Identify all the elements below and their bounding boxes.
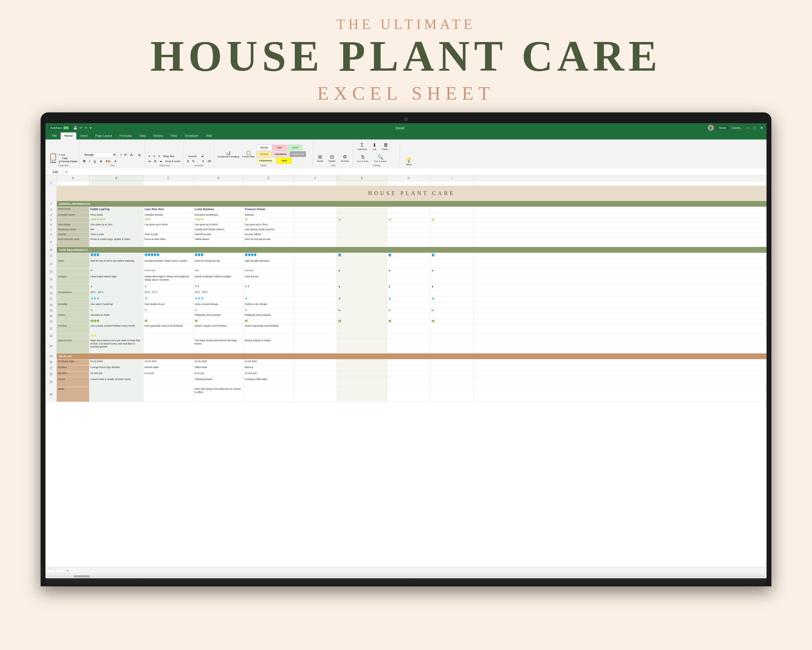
plant2-notes[interactable]: [143, 387, 194, 402]
fill-btn[interactable]: ⬇ Fill: [370, 141, 379, 152]
cell-reference[interactable]: [47, 170, 63, 174]
plant3-special[interactable]: Trim back shoots and remove the lower le…: [194, 338, 244, 353]
plant2-water-icons[interactable]: 🪣🪣🪣🪣🪣: [143, 253, 194, 258]
percent-btn[interactable]: %: [191, 159, 196, 164]
plant1-position[interactable]: Lounge Room Bay Window: [89, 366, 143, 371]
plant2-hum-icons[interactable]: 💧: [143, 296, 194, 302]
plant3-notes[interactable]: Didn't like being in the bathroom so mov…: [194, 387, 244, 402]
plant1-hum[interactable]: Like warm, humid air: [89, 302, 143, 308]
restore-btn[interactable]: □: [752, 126, 757, 130]
plant2-tox[interactable]: Toxic to pets: [143, 232, 194, 237]
plant4-air[interactable]: Relatively wind resistant: [244, 313, 294, 319]
font-color-btn[interactable]: A: [113, 159, 118, 164]
cell-b1[interactable]: [89, 181, 143, 185]
plant2-fert[interactable]: Don't generally need to be fertilised: [143, 324, 194, 333]
plant3-hum[interactable]: Likes a humid climate: [194, 302, 244, 308]
plant4-notes[interactable]: [244, 387, 294, 402]
plant2-flowering[interactable]: [143, 228, 194, 232]
delete-btn[interactable]: ⊟ Delete: [327, 153, 338, 164]
tab-developer[interactable]: Developer: [181, 132, 202, 139]
cell-a1[interactable]: [57, 181, 89, 185]
plant1-air-icon[interactable]: 🌬: [89, 308, 143, 313]
sheet-tab-house-plant[interactable]: [47, 569, 55, 572]
plant1-fert-icons[interactable]: 🌿🌿🌿: [89, 319, 143, 324]
plant1-tox[interactable]: Toxic to pets: [89, 232, 143, 237]
style-check[interactable]: Check Cell: [290, 151, 307, 157]
plant4-air-icon[interactable]: 🌬: [244, 308, 294, 313]
plant4-name[interactable]: Treasure Flower: [244, 207, 294, 213]
cell-e1[interactable]: [244, 181, 294, 185]
plant3-water-icons[interactable]: 🪣🪣🪣: [194, 253, 244, 258]
plant2-size[interactable]: Can grow up to 50cm: [143, 223, 194, 227]
increase-font-btn[interactable]: A↑: [129, 153, 136, 158]
tab-home[interactable]: Home: [61, 132, 76, 139]
plant1-purchase[interactable]: 01.01.2020: [89, 359, 143, 365]
plant3-tox[interactable]: Harmful to pets: [194, 232, 244, 237]
format-cells-btn[interactable]: ⚙ Format: [339, 153, 351, 164]
plant1-notes[interactable]: [89, 387, 143, 402]
dec-increase-btn[interactable]: .0: [200, 159, 205, 164]
align-top-right-btn[interactable]: ≡: [157, 154, 161, 158]
plant1-size-icons[interactable]: 🌱🌱🌱🌱🌱: [89, 218, 143, 222]
align-left-btn[interactable]: ⬅: [147, 159, 152, 164]
cell-i3[interactable]: [430, 207, 474, 213]
plant1-water[interactable]: Wait for top of soil to dry before water…: [89, 259, 143, 268]
plant4-issues[interactable]: Growing a little lanky: [244, 377, 294, 387]
plant3-sun[interactable]: Needs moderate, indirect sunlight.: [194, 275, 244, 284]
plant3-fert[interactable]: Doesn't require much fertilizer: [194, 324, 244, 333]
plant3-water[interactable]: Don't let soil get too dry.: [194, 259, 244, 268]
plant2-purchase[interactable]: 10.02.2020: [143, 359, 194, 365]
tab-data[interactable]: Data: [136, 132, 150, 139]
plant4-pot[interactable]: 10 inch pot: [244, 371, 294, 377]
plant2-sun-icons[interactable]: ☀☀☀☀☀: [143, 269, 194, 274]
plant1-special-icons[interactable]: ⭐⭐: [89, 334, 143, 338]
plant1-temp[interactable]: 18°C - 24°C: [89, 290, 143, 296]
plant2-sun[interactable]: Needs direct light in Winter and bright …: [143, 275, 194, 284]
tab-view[interactable]: View: [167, 132, 181, 139]
plant2-temp[interactable]: 15°C - 27°C: [143, 290, 194, 296]
plant2-special[interactable]: [143, 338, 194, 353]
insert-btn[interactable]: ⊞ Insert: [315, 153, 325, 164]
formula-input[interactable]: [70, 170, 765, 174]
merge-center-btn[interactable]: Merge & Center: [164, 159, 182, 163]
plant3-issue[interactable]: Yellow leaves: [194, 237, 244, 247]
plant2-position[interactable]: Kitchen table: [143, 366, 194, 371]
plant2-hum[interactable]: Can handle dry air: [143, 302, 194, 308]
plant3-temp[interactable]: 18°C - 35°C: [194, 290, 244, 296]
tab-file[interactable]: File: [48, 132, 61, 139]
plant2-pot[interactable]: 8 cm pot: [143, 371, 194, 377]
number-format-select[interactable]: General: [186, 154, 205, 158]
plant2-water[interactable]: Drought resistant. Water every 3 weeks.: [143, 259, 194, 268]
paste-button[interactable]: 📋 Paste: [49, 153, 57, 164]
plant3-fert-icon[interactable]: 🌿: [194, 319, 244, 324]
plant3-size[interactable]: Can grow up to 90cm: [194, 223, 244, 227]
cell-f3[interactable]: [294, 207, 337, 213]
horizontal-scrollbar[interactable]: [47, 575, 765, 577]
plant4-size-icons[interactable]: 🌱: [244, 218, 294, 222]
font-name-select[interactable]: Georgia: [82, 152, 117, 158]
ideas-btn[interactable]: 💡 Ideas: [404, 156, 414, 167]
conditional-format-btn[interactable]: 📊 Conditional Formatting: [216, 150, 240, 158]
plant3-sun-icons[interactable]: ☀☀: [194, 269, 244, 274]
autosum-btn[interactable]: Σ AutoSum: [355, 141, 369, 152]
plant3-temp-icons[interactable]: 🌡🌡: [194, 284, 244, 290]
style-neutral[interactable]: Neutral: [256, 151, 272, 157]
plant1-sci[interactable]: Ficus lyrata: [89, 213, 143, 217]
find-select-btn[interactable]: 🔍 Find & Select: [372, 153, 389, 164]
plant4-tox[interactable]: No toxic effects: [244, 232, 294, 237]
plant1-name[interactable]: Fiddle Leaf Fig: [89, 207, 143, 213]
plant3-size-icons[interactable]: 🌱🌱🌱: [194, 218, 244, 222]
plant1-size[interactable]: Can grow up to 15m: [89, 223, 143, 227]
plant3-position[interactable]: Office Desk: [194, 366, 244, 371]
plant1-fert[interactable]: Use a water soluble fertiliser every mon…: [89, 324, 143, 333]
cell-h3[interactable]: [387, 207, 430, 213]
border-btn[interactable]: ⊞: [98, 159, 104, 164]
dec-decrease-btn[interactable]: .00: [206, 159, 212, 164]
align-top-center-btn[interactable]: ≡: [152, 154, 156, 158]
plant1-pot[interactable]: 18 inch pot: [89, 371, 143, 377]
format-as-table-btn[interactable]: 📋 Format Table: [241, 150, 256, 158]
plant4-size[interactable]: Can grow up to 25cm: [244, 223, 294, 227]
plant1-temp-icon[interactable]: 🌡: [89, 284, 143, 290]
plant4-hum[interactable]: Prefers a dry climate: [244, 302, 294, 308]
style-calc[interactable]: Calculation: [272, 151, 289, 157]
